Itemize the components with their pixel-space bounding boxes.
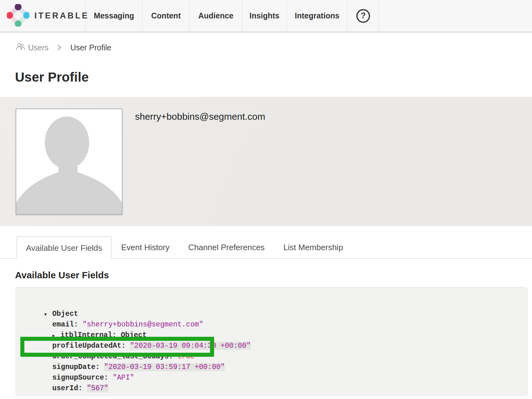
profile-tabs: Available User Fields Event History Chan… (0, 236, 532, 259)
help-icon: ? (356, 9, 370, 23)
json-value: "567" (87, 384, 108, 392)
collapse-triangle-icon[interactable]: ▼ (44, 309, 52, 320)
json-key: signupDate (52, 363, 104, 371)
user-email: sherry+bobbins@segment.com (135, 111, 265, 122)
json-key: profileUpdatedAt (52, 342, 130, 350)
nav-item-integrations[interactable]: Integrations (287, 0, 348, 32)
users-icon (16, 43, 25, 53)
iterable-logo-icon (7, 4, 29, 28)
breadcrumb-current-label: User Profile (70, 43, 111, 52)
json-value: "2020-03-19 09:04:30 +00:00" (130, 342, 251, 350)
nav-item-messaging[interactable]: Messaging (86, 0, 143, 32)
json-key: order_completed_last_30days (52, 352, 177, 361)
tab-available-user-fields[interactable]: Available User Fields (16, 236, 112, 259)
json-value: "API" (113, 374, 134, 382)
json-key: itblInternal (60, 331, 121, 339)
nav-item-audience[interactable]: Audience (190, 0, 242, 32)
nav-item-insights[interactable]: Insights (242, 0, 287, 32)
json-value: true (178, 352, 195, 361)
avatar (16, 109, 123, 215)
nav-item-content[interactable]: Content (143, 0, 190, 32)
json-root-label: Object (52, 310, 78, 318)
expand-triangle-icon[interactable]: ► (52, 331, 60, 341)
tab-channel-preferences[interactable]: Channel Preferences (179, 236, 274, 258)
breadcrumb-users-link[interactable]: Users (16, 43, 48, 53)
user-fields-json-panel: ▼Object email"sherry+bobbins@segment.com… (16, 287, 528, 396)
json-value: "2020-03-19 03:59:17 +00:00" (104, 363, 225, 371)
breadcrumb-root-label: Users (28, 43, 48, 52)
brand-name: ITERABLE (34, 11, 89, 21)
tab-event-history[interactable]: Event History (112, 236, 179, 258)
json-value: Object (121, 331, 147, 339)
top-navbar: ITERABLE Messaging Content Audience Insi… (0, 0, 532, 33)
section-heading: Available User Fields (15, 270, 532, 281)
breadcrumb: Users User Profile (16, 43, 532, 53)
tab-list-membership[interactable]: List Membership (274, 236, 353, 258)
json-key: signupSource (52, 374, 113, 382)
json-key: userId (52, 384, 87, 392)
json-root-row: ▼Object (27, 298, 527, 309)
help-button[interactable]: ? (348, 0, 379, 32)
json-value: "sherry+bobbins@segment.com" (83, 321, 203, 329)
json-key: email (52, 321, 83, 329)
iterable-logo[interactable]: ITERABLE (0, 0, 86, 32)
chevron-right-icon (57, 44, 62, 51)
profile-summary-band: sherry+bobbins@segment.com (0, 97, 532, 226)
page-title: User Profile (15, 69, 532, 85)
json-row-email: email"sherry+bobbins@segment.com" (27, 309, 527, 319)
avatar-silhouette-icon (16, 109, 122, 214)
